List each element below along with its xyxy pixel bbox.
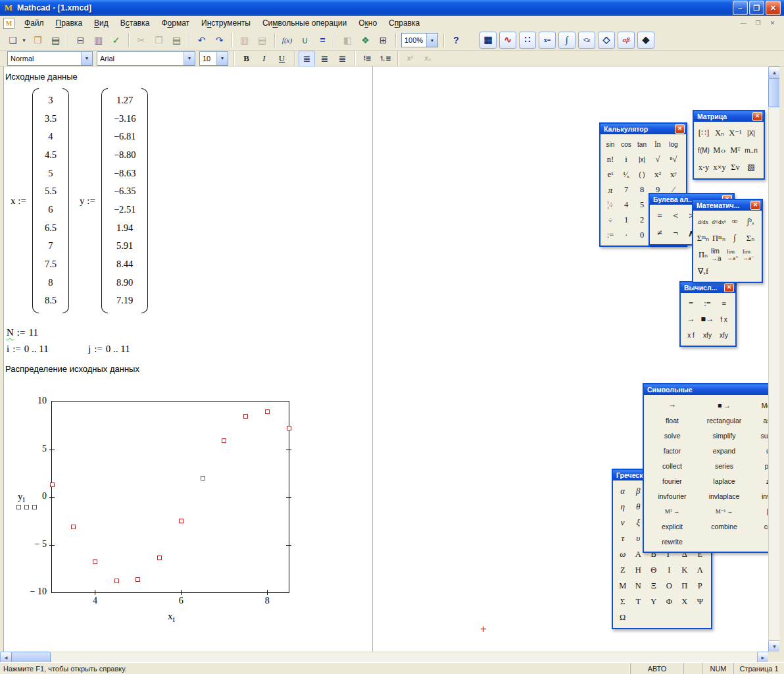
palette-key[interactable]: ≡ (716, 296, 732, 311)
palette-key[interactable]: confrac (750, 519, 768, 534)
palette-key[interactable]: rewrite (646, 534, 698, 549)
palette-key[interactable]: Σv (727, 159, 743, 176)
palette-key[interactable]: Ν (631, 578, 647, 594)
palette-key[interactable]: explicit (646, 519, 698, 534)
palette-key[interactable]: = (683, 296, 699, 311)
font-combo[interactable]: Arial▾ (97, 51, 195, 66)
palette-key[interactable]: ∫ (727, 230, 743, 246)
palette-key[interactable]: sin (602, 137, 618, 152)
palette-key[interactable]: · (618, 228, 634, 243)
palette-key[interactable]: ∇ₓf (695, 263, 711, 279)
vertical-scrollbar[interactable] (768, 66, 780, 652)
mdi-close-button[interactable]: ✕ (766, 18, 779, 28)
calculus-toolbar-button[interactable]: ∫ (558, 32, 576, 49)
bullet-list-button[interactable]: ⁝≣ (359, 51, 376, 66)
evaluate-button[interactable]: = (314, 32, 331, 48)
palette-key[interactable]: ■ → (698, 398, 750, 413)
insert-component-button[interactable]: ◧ (339, 32, 356, 48)
palette-key[interactable]: eˣ (602, 167, 618, 182)
palette-key[interactable]: ¦÷ (602, 197, 618, 213)
palette-key[interactable]: invlaplace (698, 488, 750, 504)
palette-key[interactable]: lim →a⁻ (743, 246, 758, 263)
palette-key[interactable]: X⁻¹ (727, 124, 743, 142)
palette-key[interactable]: |X| (743, 124, 759, 142)
x-vector-region[interactable]: x :=33.544.555.566.577.588.5 (11, 90, 69, 311)
graph-toolbar-button[interactable]: ∿ (499, 32, 516, 49)
palette-key[interactable]: Σₙ (743, 230, 758, 246)
new-document-dropdown[interactable]: ▾ (20, 32, 28, 48)
evaluation-toolbar-button[interactable]: x= (539, 32, 556, 49)
palette-key[interactable]: Κ (677, 562, 693, 578)
title-bar[interactable]: M Mathcad - [1.xmcd] – ❐ ✕ (0, 0, 784, 16)
insert-control-button[interactable]: ❖ (357, 32, 374, 48)
palette-key[interactable]: factor (646, 443, 698, 458)
numbered-list-button[interactable]: ⒈≣ (377, 51, 393, 66)
palette-key[interactable]: fourier (646, 473, 698, 488)
palette-key[interactable]: η (615, 499, 631, 515)
greek-toolbar-button[interactable]: αβ (618, 32, 635, 49)
chevron-down-icon[interactable]: ▾ (184, 52, 195, 65)
mdi-minimize-button[interactable]: — (737, 18, 750, 28)
palette-key[interactable]: |x| (634, 152, 650, 167)
chevron-down-icon[interactable]: ▾ (426, 34, 437, 47)
palette-key[interactable]: M‹› (712, 142, 727, 159)
palette-key[interactable]: Ο (662, 578, 677, 594)
italic-button[interactable]: I (256, 51, 272, 66)
palette-key[interactable]: 8 (634, 182, 650, 197)
palette-key[interactable]: x f (683, 327, 699, 343)
palette-evaluation-titlebar[interactable]: Вычисл... ✕ (681, 282, 735, 293)
chevron-down-icon[interactable]: ▾ (81, 52, 92, 65)
zoom-combo[interactable]: 100%▾ (401, 33, 438, 47)
palette-key[interactable]: Πᵐₙ (711, 230, 727, 246)
palette-key[interactable]: Χ (677, 594, 693, 609)
palette-key[interactable]: := (699, 296, 716, 311)
palette-key[interactable]: Ψ (693, 594, 708, 609)
palette-key[interactable]: substitute (750, 428, 768, 443)
palette-key[interactable]: x·y (696, 159, 712, 176)
align-left-button[interactable]: ≣ (299, 51, 315, 66)
palette-key[interactable]: Π (677, 578, 693, 594)
menu-item-Формат[interactable]: Формат (155, 16, 195, 30)
palette-key[interactable]: Θ (646, 562, 662, 578)
palette-key[interactable]: = (652, 207, 668, 224)
palette-key[interactable]: 0 (634, 228, 650, 243)
save-button[interactable]: ▤ (47, 32, 64, 48)
palette-key[interactable]: ω (615, 546, 631, 562)
cut-button[interactable]: ✂ (133, 32, 149, 48)
menu-item-Справка[interactable]: Справка (383, 16, 426, 30)
palette-key[interactable]: 5 (634, 197, 650, 213)
palette-calculus[interactable]: Математич... ✕ d/dxdⁿ/dxⁿ∞∫ᵇₐΣᵐₙΠᵐₙ∫ΣₙΠₙ… (692, 199, 763, 283)
palette-key[interactable]: f x (716, 311, 732, 327)
palette-key[interactable]: < (668, 207, 683, 224)
palette-key[interactable]: ztrans (750, 473, 768, 488)
calculator-toolbar-button[interactable]: ▦ (479, 32, 497, 49)
palette-key[interactable]: Σ (615, 594, 631, 609)
horizontal-scrollbar[interactable] (0, 652, 768, 663)
palette-key[interactable]: τ (615, 531, 631, 546)
palette-key[interactable]: tan (634, 137, 650, 152)
text-region-distribution[interactable]: Распределение исходных данных (5, 364, 139, 374)
palette-key[interactable]: collect (646, 458, 698, 473)
menu-item-Вид[interactable]: Вид (88, 16, 114, 30)
palette-key[interactable]: ■→ (699, 311, 716, 327)
print-button[interactable]: ⊟ (72, 32, 89, 48)
palette-key[interactable]: x×y (712, 159, 727, 176)
palette-key[interactable]: Σᵐₙ (695, 230, 711, 246)
palette-key[interactable]: d/dx (695, 213, 711, 230)
palette-key[interactable]: expand (698, 443, 750, 458)
palette-key[interactable]: invztrans (750, 488, 768, 504)
palette-key[interactable]: log (666, 137, 681, 152)
palette-key[interactable]: Mᵀ → (646, 504, 698, 519)
palette-calculator-titlebar[interactable]: Калькулятор ✕ (600, 124, 686, 134)
open-button[interactable]: ❐ (30, 32, 46, 48)
matrix-toolbar-button[interactable]: ∷ (519, 32, 536, 49)
palette-key[interactable]: Ζ (615, 562, 631, 578)
palette-key[interactable]: parfrac (750, 458, 768, 473)
palette-matrix-titlebar[interactable]: Матрица ✕ (694, 111, 764, 122)
palette-key[interactable]: laplace (698, 473, 750, 488)
palette-key[interactable]: cos (618, 137, 634, 152)
palette-key[interactable]: rectangular (698, 413, 750, 428)
palette-key[interactable]: Υ (646, 594, 662, 609)
palette-key[interactable]: Ω (615, 609, 631, 625)
palette-matrix[interactable]: Матрица ✕ [∷]XₙX⁻¹|X|f(M)M‹›Mᵀm..nx·yx×y… (693, 110, 765, 180)
